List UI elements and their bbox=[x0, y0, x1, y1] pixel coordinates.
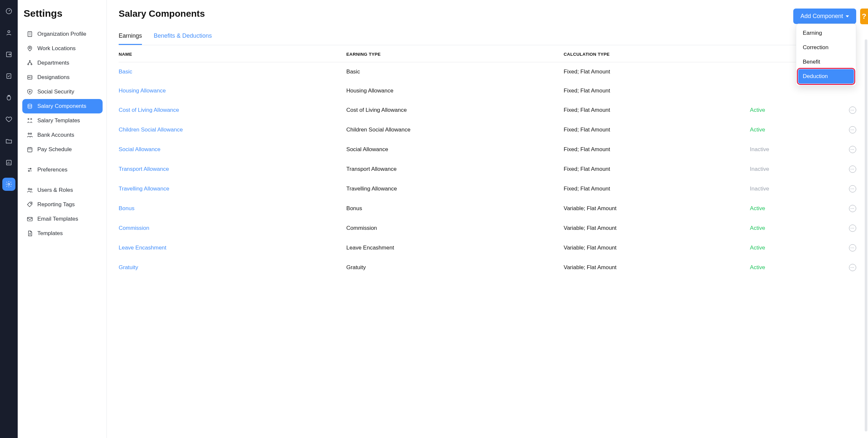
calc-type-cell: Fixed; Flat Amount bbox=[564, 166, 750, 173]
sidebar-item-label: Salary Templates bbox=[37, 117, 80, 124]
row-more-button[interactable]: ⋯ bbox=[849, 185, 856, 192]
table-row: Transport AllowanceTransport AllowanceFi… bbox=[119, 159, 856, 179]
rail-item-people[interactable] bbox=[2, 26, 16, 39]
component-name-link[interactable]: Commission bbox=[119, 225, 150, 231]
calc-type-cell: Variable; Flat Amount bbox=[564, 205, 750, 212]
sidebar-item-salary-components[interactable]: Salary Components bbox=[22, 99, 102, 114]
help-button[interactable]: ? bbox=[860, 8, 868, 24]
status-cell: Active bbox=[750, 225, 843, 231]
component-name-link[interactable]: Travelling Allowance bbox=[119, 186, 169, 192]
table-row: CommissionCommissionVariable; Flat Amoun… bbox=[119, 218, 856, 238]
status-cell: Inactive bbox=[750, 186, 843, 192]
dropdown-item-benefit[interactable]: Benefit bbox=[798, 55, 854, 69]
component-name-link[interactable]: Gratuity bbox=[119, 264, 138, 271]
rail-item-money-bag[interactable] bbox=[2, 91, 16, 104]
component-name-link[interactable]: Transport Allowance bbox=[119, 166, 169, 172]
svg-point-5 bbox=[8, 183, 10, 185]
sidebar-item-label: Work Locations bbox=[37, 45, 76, 52]
chart-icon bbox=[5, 159, 12, 166]
component-name-link[interactable]: Leave Encashment bbox=[119, 245, 166, 251]
svg-point-18 bbox=[30, 133, 31, 134]
svg-rect-6 bbox=[28, 32, 32, 37]
sidebar-item-departments[interactable]: Departments bbox=[22, 56, 102, 70]
sidebar-item-label: Reporting Tags bbox=[37, 201, 75, 208]
row-more-button[interactable]: ⋯ bbox=[849, 146, 856, 153]
earning-type-cell: Children Social Allowance bbox=[346, 127, 564, 133]
svg-point-9 bbox=[28, 64, 29, 65]
svg-point-17 bbox=[28, 133, 30, 134]
rail-item-checklist[interactable] bbox=[2, 69, 16, 83]
sidebar-item-pay-schedule[interactable]: Pay Schedule bbox=[22, 142, 102, 157]
add-component-label: Add Component bbox=[801, 13, 843, 20]
row-more-button[interactable]: ⋯ bbox=[849, 126, 856, 133]
status-cell: Active bbox=[750, 127, 843, 133]
component-name-link[interactable]: Cost of Living Allowance bbox=[119, 107, 179, 113]
rail-item-dashboard[interactable] bbox=[2, 5, 16, 18]
scrollbar[interactable] bbox=[865, 39, 867, 432]
sidebar-item-bank-accounts[interactable]: Bank Accounts bbox=[22, 128, 102, 142]
folder-icon bbox=[5, 137, 12, 145]
rail-item-settings[interactable] bbox=[2, 178, 16, 191]
sidebar-item-reporting-tags[interactable]: Reporting Tags bbox=[22, 197, 102, 212]
sidebar-item-label: Templates bbox=[37, 230, 63, 237]
row-more-button[interactable]: ⋯ bbox=[849, 264, 856, 271]
table-row: Cost of Living AllowanceCost of Living A… bbox=[119, 100, 856, 120]
tab-earnings[interactable]: Earnings bbox=[119, 32, 142, 45]
table-row: Leave EncashmentLeave EncashmentVariable… bbox=[119, 238, 856, 258]
dropdown-item-correction[interactable]: Correction bbox=[798, 40, 854, 55]
sidebar-item-label: Social Security bbox=[37, 89, 74, 95]
building-icon bbox=[26, 31, 33, 37]
sidebar-item-preferences[interactable]: Preferences bbox=[22, 163, 102, 177]
calc-type-cell: Fixed; Flat Amount bbox=[564, 88, 750, 94]
mail-icon bbox=[26, 216, 33, 222]
template-icon bbox=[26, 117, 33, 124]
component-name-link[interactable]: Social Allowance bbox=[119, 146, 161, 152]
shield-key-icon bbox=[26, 89, 33, 95]
box-arrow-icon bbox=[5, 51, 12, 58]
sidebar-item-work-locations[interactable]: Work Locations bbox=[22, 41, 102, 56]
row-more-button[interactable]: ⋯ bbox=[849, 106, 856, 114]
svg-rect-25 bbox=[28, 217, 32, 221]
sidebar-item-organization-profile[interactable]: Organization Profile bbox=[22, 27, 102, 41]
page-title: Salary Components bbox=[119, 8, 205, 19]
svg-point-12 bbox=[29, 77, 30, 78]
row-more-button[interactable]: ⋯ bbox=[849, 165, 856, 173]
sidebar-item-salary-templates[interactable]: Salary Templates bbox=[22, 114, 102, 128]
icon-rail bbox=[0, 0, 18, 438]
sidebar-item-templates[interactable]: Templates bbox=[22, 226, 102, 241]
rail-item-heart[interactable] bbox=[2, 113, 16, 126]
doc-icon bbox=[26, 230, 33, 237]
tab-benefits-deductions[interactable]: Benefits & Deductions bbox=[154, 32, 212, 45]
sidebar-item-users-roles[interactable]: Users & Roles bbox=[22, 183, 102, 197]
dropdown-item-earning[interactable]: Earning bbox=[798, 26, 854, 40]
sidebar-item-designations[interactable]: Designations bbox=[22, 70, 102, 85]
component-name-link[interactable]: Basic bbox=[119, 68, 132, 75]
status-cell: Inactive bbox=[750, 146, 843, 153]
calc-type-cell: Fixed; Flat Amount bbox=[564, 146, 750, 153]
add-component-button[interactable]: Add Component bbox=[793, 8, 856, 24]
component-name-link[interactable]: Bonus bbox=[119, 205, 134, 212]
status-cell: Active bbox=[750, 245, 843, 251]
row-more-button[interactable]: ⋯ bbox=[849, 244, 856, 251]
add-component-dropdown: EarningCorrectionBenefitDeduction bbox=[796, 24, 856, 86]
svg-point-24 bbox=[30, 203, 31, 204]
table-row: Social AllowanceSocial AllowanceFixed; F… bbox=[119, 140, 856, 159]
rail-item-chart[interactable] bbox=[2, 156, 16, 169]
dropdown-item-deduction[interactable]: Deduction bbox=[798, 69, 854, 84]
sidebar-item-label: Email Templates bbox=[37, 216, 78, 222]
table-row: GratuityGratuityVariable; Flat AmountAct… bbox=[119, 258, 856, 277]
earning-type-cell: Bonus bbox=[346, 205, 564, 212]
rail-item-folder[interactable] bbox=[2, 134, 16, 148]
component-name-link[interactable]: Children Social Allowance bbox=[119, 127, 183, 133]
svg-point-8 bbox=[29, 61, 30, 62]
sidebar-item-email-templates[interactable]: Email Templates bbox=[22, 212, 102, 226]
rail-item-box-arrow[interactable] bbox=[2, 48, 16, 61]
component-name-link[interactable]: Housing Allowance bbox=[119, 88, 166, 94]
earning-type-cell: Cost of Living Allowance bbox=[346, 107, 564, 114]
sidebar-item-social-security[interactable]: Social Security bbox=[22, 85, 102, 99]
row-more-button[interactable]: ⋯ bbox=[849, 225, 856, 232]
svg-point-16 bbox=[31, 118, 32, 119]
row-more-button[interactable]: ⋯ bbox=[849, 205, 856, 212]
sidebar-item-label: Designations bbox=[37, 74, 69, 81]
sidebar-item-label: Users & Roles bbox=[37, 187, 73, 193]
